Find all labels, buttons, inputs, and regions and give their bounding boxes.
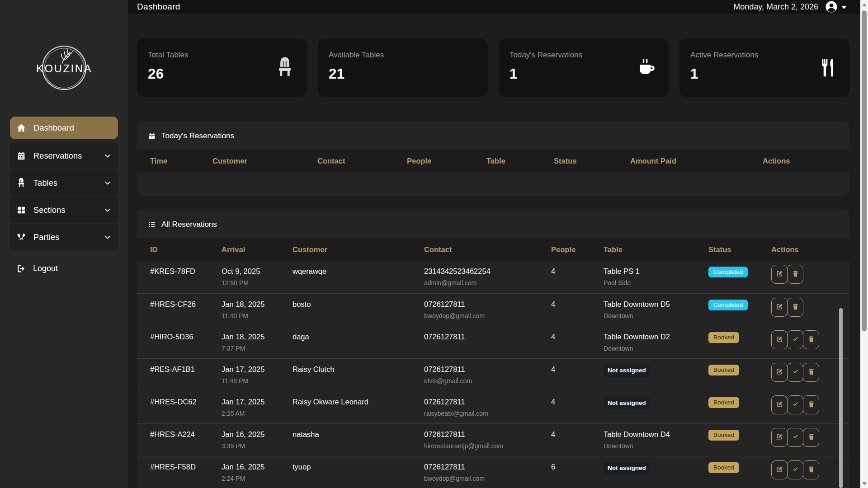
edit-button[interactable] [771,363,788,382]
reservation-id: #HRES-DC62 [150,391,222,418]
topbar-right: Monday, March 2, 2026 [733,0,847,14]
column-header-id: ID [150,245,222,254]
sidebar-item-dashboard[interactable]: Dashboard [10,117,118,139]
row-actions [771,456,849,483]
delete-button[interactable] [803,460,819,479]
main-area: Dashboard Monday, March 2, 2026 Total Ta… [128,0,860,488]
confirm-button[interactable] [787,460,803,479]
arrival-time: 11:48 PM [222,377,292,385]
delete-button[interactable] [803,395,819,414]
arrival-time: 7:37 PM [222,345,292,353]
arrival-date: Jan 17, 2025 [222,365,292,374]
reservation-row: #HRES-A224Jan 16, 20253:39 PMnatasha0726… [137,423,849,456]
reservation-row: #HRES-CF26Jan 18, 202511:40 PMbosto07261… [137,293,849,326]
sidebar-item-tables[interactable]: Tables [10,170,118,196]
edit-button[interactable] [771,428,788,447]
chevron-down-icon [104,206,112,214]
brand-logo: KOUZINA [0,0,128,117]
arrival-time: 2:24 PM [222,475,292,483]
current-date: Monday, March 2, 2026 [733,2,818,12]
check-icon [792,465,799,474]
edit-button[interactable] [771,460,788,479]
confirm-button[interactable] [787,428,803,447]
edit-button[interactable] [771,265,788,284]
page-title: Dashboard [137,2,180,12]
contact-email: bwoydop@gmail.com [424,475,551,483]
table-scrollbar[interactable] [839,308,843,488]
todays-table-header: TimeCustomerContactPeopleTableStatusAmou… [137,150,849,172]
table-not-assigned-badge: Not assigned [604,365,650,377]
dashboard-content: Total Tables26Available Tables21Today's … [128,14,859,488]
confirm-button[interactable] [787,363,803,382]
sidebar-item-label: Tables [33,178,104,188]
stat-value: 21 [329,66,477,82]
stat-card-today-s-reservations: Today's Reservations1 [499,39,669,97]
customer-name: wqerawqe [292,261,424,287]
confirm-button[interactable] [787,395,803,414]
sidebar-item-label: Parties [33,233,104,242]
scroll-down-arrow-icon[interactable] [860,480,868,487]
delete-button[interactable] [787,265,803,284]
confirm-button[interactable] [787,330,803,349]
column-header-actions: Actions [771,245,849,254]
customer-name: Raisy Clutch [292,359,424,385]
delete-button[interactable] [803,363,819,382]
contact-email: raisybeatx@gmail.com [424,410,551,418]
sidebar-item-sections[interactable]: Sections [10,197,118,223]
row-actions [771,326,849,352]
row-actions [771,261,849,287]
all-table-body: #KRES-78FDOct 9, 202512:50 PMwqerawqe231… [137,261,849,488]
scroll-up-arrow-icon[interactable] [860,1,868,8]
edit-button[interactable] [771,298,788,317]
user-menu-button[interactable] [825,0,847,14]
customer-name: bosto [292,294,424,320]
delete-icon [807,400,815,409]
column-header-customer: Customer [212,157,317,165]
todays-reservations-panel: Today's Reservations TimeCustomerContact… [137,121,849,196]
people-count: 6 [551,456,604,483]
contact-phone: 2314342523462254 [424,267,551,276]
status-badge: Completed [708,300,748,310]
page-scrollbar[interactable] [860,0,868,488]
customer-name: daga [292,326,424,352]
sidebar-item-label: Dashboard [33,123,112,133]
table-not-assigned-badge: Not assigned [604,397,650,409]
people-count: 4 [551,359,604,385]
chevron-down-icon [104,233,112,241]
people-count: 4 [551,294,604,320]
delete-button[interactable] [787,298,803,317]
page-scrollbar-thumb[interactable] [862,10,867,331]
reservation-id: #RES-AF1B1 [150,359,222,385]
arrival-date: Oct 9, 2025 [222,267,292,276]
delete-button[interactable] [803,428,819,447]
edit-button[interactable] [771,330,788,349]
chevron-down-icon [104,152,112,160]
stat-card-total-tables: Total Tables26 [137,39,307,97]
stat-label: Available Tables [329,51,477,60]
edit-button[interactable] [771,395,788,414]
column-header-status: Status [554,157,630,165]
stat-value: 1 [690,66,839,82]
delete-button[interactable] [803,330,819,349]
contact-phone: 0726127811 [424,397,551,407]
all-reservations-panel: All Reservations IDArrivalCustomerContac… [137,209,849,488]
edit-icon [776,303,783,312]
sidebar: KOUZINA DashboardReservationsTablesSecti… [0,0,128,488]
column-header-customer: Customer [292,245,424,254]
check-icon [792,368,799,377]
topbar: Dashboard Monday, March 2, 2026 [128,0,860,14]
contact-email: hirorestaurantjp@gmail.com [424,442,551,450]
arrival-date: Jan 18, 2025 [222,300,292,309]
edit-icon [776,400,783,409]
stat-cards: Total Tables26Available Tables21Today's … [137,39,849,97]
table-section: Downtown [604,345,708,353]
logout-button[interactable]: Logout [16,264,128,273]
list-icon [148,221,156,229]
sidebar-item-parties[interactable]: Parties [10,224,118,250]
coffee-icon [636,57,657,78]
arrival-time: 11:40 PM [222,312,292,320]
status-badge: Booked [708,397,739,408]
sidebar-item-reservations[interactable]: Reservations [10,143,118,169]
table-name: Table Downtown D5 [604,300,708,309]
edit-icon [776,368,783,377]
